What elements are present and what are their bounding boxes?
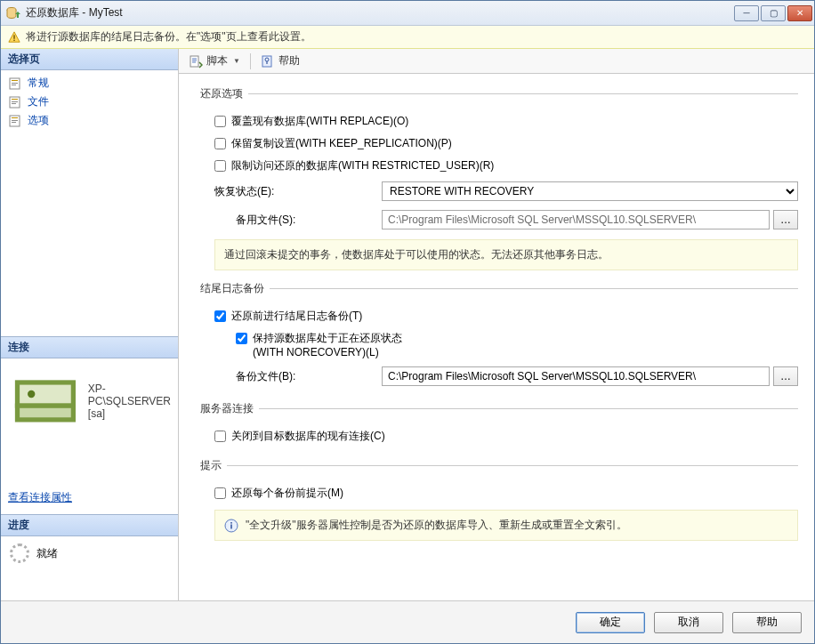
recovery-state-row: 恢复状态(E): RESTORE WITH RECOVERY bbox=[195, 177, 798, 205]
help-button-label: 帮助 bbox=[278, 53, 300, 68]
keep-replication-label: 保留复制设置(WITH KEEP_REPLICATION)(P) bbox=[231, 136, 452, 151]
tail-log-browse-button[interactable]: … bbox=[773, 366, 798, 386]
svg-rect-2 bbox=[13, 39, 14, 40]
restricted-user-label: 限制访问还原的数据库(WITH RESTRICTED_USER)(R) bbox=[231, 158, 494, 173]
prompt-before-each-label: 还原每个备份前提示(M) bbox=[231, 486, 343, 501]
keep-replication-checkbox-row[interactable]: 保留复制设置(WITH KEEP_REPLICATION)(P) bbox=[195, 133, 798, 155]
help-icon bbox=[261, 54, 275, 68]
page-icon bbox=[8, 95, 22, 109]
close-existing-connections-checkbox[interactable] bbox=[214, 431, 226, 442]
standby-file-input[interactable] bbox=[382, 210, 770, 229]
standby-file-row: 备用文件(S): … bbox=[195, 205, 798, 234]
right-pane: 脚本 ▼ 帮助 还原选项 覆盖现有数据库(WITH REPLACE)(O) bbox=[179, 49, 814, 600]
nav-general[interactable]: 常规 bbox=[4, 74, 174, 93]
tail-log-group: 结尾日志备份 还原前进行结尾日志备份(T) 保持源数据库处于正在还原状态 (WI… bbox=[195, 281, 798, 398]
prompt-before-each-checkbox-row[interactable]: 还原每个备份前提示(M) bbox=[195, 482, 798, 504]
svg-rect-1 bbox=[13, 35, 14, 38]
svg-rect-24 bbox=[230, 522, 232, 524]
view-connection-props-link[interactable]: 查看连接属性 bbox=[1, 481, 178, 514]
nav-options[interactable]: 选项 bbox=[4, 111, 174, 130]
nav-files[interactable]: 文件 bbox=[4, 93, 174, 111]
replace-checkbox-row[interactable]: 覆盖现有数据库(WITH REPLACE)(O) bbox=[195, 110, 798, 133]
progress-spinner-icon bbox=[10, 543, 29, 563]
standby-browse-button[interactable]: … bbox=[773, 210, 798, 229]
maximize-button[interactable]: ▢ bbox=[761, 5, 786, 21]
left-pane: 选择页 常规 文件 选项 连接 XP- bbox=[1, 49, 179, 600]
select-page-header: 选择页 bbox=[1, 49, 178, 70]
server-connections-group: 服务器连接 关闭到目标数据库的现有连接(C) bbox=[195, 401, 798, 455]
server-connections-legend: 服务器连接 bbox=[195, 401, 259, 416]
restore-database-dialog: 还原数据库 - MyTest ─ ▢ ✕ 将进行源数据库的结尾日志备份。在"选项… bbox=[0, 0, 815, 644]
svg-rect-15 bbox=[17, 382, 73, 406]
close-existing-connections-checkbox-row[interactable]: 关闭到目标数据库的现有连接(C) bbox=[195, 425, 798, 447]
svg-rect-9 bbox=[12, 101, 18, 102]
svg-point-17 bbox=[28, 390, 35, 398]
close-existing-connections-label: 关闭到目标数据库的现有连接(C) bbox=[231, 429, 385, 444]
connection-server: XP-PC\SQLSERVER [sa] bbox=[8, 364, 171, 439]
keep-source-norecovery-label: 保持源数据库处于正在还原状态 (WITH NORECOVERY)(L) bbox=[253, 331, 402, 358]
svg-rect-14 bbox=[12, 122, 16, 123]
titlebar: 还原数据库 - MyTest ─ ▢ ✕ bbox=[1, 1, 814, 26]
restore-options-legend: 还原选项 bbox=[195, 86, 248, 101]
recovery-state-select[interactable]: RESTORE WITH RECOVERY bbox=[382, 181, 798, 201]
fulltext-upgrade-text: "全文升级"服务器属性控制是否为还原的数据库导入、重新生成或重置全文索引。 bbox=[246, 518, 627, 533]
options-page-content: 还原选项 覆盖现有数据库(WITH REPLACE)(O) 保留复制设置(WIT… bbox=[179, 74, 814, 600]
toolbar-separator bbox=[250, 53, 251, 69]
nav-files-label: 文件 bbox=[28, 94, 49, 109]
replace-checkbox[interactable] bbox=[214, 116, 226, 127]
warning-bar: 将进行源数据库的结尾日志备份。在"选项"页上查看此设置。 bbox=[1, 26, 814, 49]
script-button-label: 脚本 bbox=[206, 53, 228, 68]
ok-button[interactable]: 确定 bbox=[576, 612, 645, 633]
cancel-button[interactable]: 取消 bbox=[654, 612, 723, 633]
svg-rect-21 bbox=[266, 61, 267, 64]
database-restore-icon bbox=[6, 6, 20, 20]
restricted-user-checkbox[interactable] bbox=[214, 160, 226, 172]
take-tail-log-checkbox-row[interactable]: 还原前进行结尾日志备份(T) bbox=[195, 305, 798, 327]
script-icon bbox=[189, 54, 203, 68]
window-title: 还原数据库 - MyTest bbox=[26, 5, 734, 20]
svg-rect-10 bbox=[12, 103, 16, 104]
page-nav: 常规 文件 选项 bbox=[1, 70, 178, 133]
svg-rect-16 bbox=[17, 406, 73, 420]
nav-options-label: 选项 bbox=[28, 113, 49, 128]
restricted-user-checkbox-row[interactable]: 限制访问还原的数据库(WITH RESTRICTED_USER)(R) bbox=[195, 155, 798, 177]
footer-help-button[interactable]: 帮助 bbox=[732, 612, 802, 633]
page-icon bbox=[8, 114, 22, 128]
take-tail-log-label: 还原前进行结尾日志备份(T) bbox=[231, 309, 362, 324]
svg-rect-23 bbox=[230, 524, 232, 528]
close-button[interactable]: ✕ bbox=[787, 5, 812, 21]
script-button[interactable]: 脚本 ▼ bbox=[184, 51, 245, 71]
fulltext-upgrade-note: "全文升级"服务器属性控制是否为还原的数据库导入、重新生成或重置全文索引。 bbox=[214, 510, 798, 541]
prompt-legend: 提示 bbox=[195, 458, 227, 473]
window-controls: ─ ▢ ✕ bbox=[734, 5, 812, 21]
svg-rect-18 bbox=[190, 56, 198, 67]
page-icon bbox=[8, 76, 22, 91]
standby-file-label: 备用文件(S): bbox=[236, 213, 375, 228]
warning-icon bbox=[8, 31, 20, 44]
progress-header: 进度 bbox=[1, 514, 178, 536]
recovery-state-description: 通过回滚未提交的事务，使数据库处于可以使用的状态。无法还原其他事务日志。 bbox=[214, 239, 798, 270]
info-icon bbox=[224, 519, 238, 533]
help-button[interactable]: 帮助 bbox=[256, 51, 304, 71]
server-label: XP-PC\SQLSERVER [sa] bbox=[88, 382, 171, 420]
svg-rect-5 bbox=[12, 83, 18, 84]
replace-label: 覆盖现有数据库(WITH REPLACE)(O) bbox=[231, 114, 408, 129]
keep-replication-checkbox[interactable] bbox=[214, 138, 226, 149]
progress-status-row: 就绪 bbox=[1, 536, 178, 570]
prompt-group: 提示 还原每个备份前提示(M) "全文升级"服务器属性控制是否为还原的数据库导入… bbox=[195, 458, 798, 548]
prompt-before-each-checkbox[interactable] bbox=[214, 487, 226, 499]
chevron-down-icon: ▼ bbox=[233, 57, 240, 65]
minimize-button[interactable]: ─ bbox=[734, 5, 759, 21]
nav-general-label: 常规 bbox=[28, 76, 49, 91]
take-tail-log-checkbox[interactable] bbox=[214, 310, 226, 322]
tail-log-file-row: 备份文件(B): … bbox=[195, 362, 798, 390]
server-icon bbox=[8, 364, 83, 439]
keep-source-norecovery-checkbox-row[interactable]: 保持源数据库处于正在还原状态 (WITH NORECOVERY)(L) bbox=[195, 327, 798, 362]
keep-source-norecovery-checkbox[interactable] bbox=[236, 333, 247, 344]
tail-log-file-input[interactable] bbox=[382, 366, 770, 386]
svg-rect-4 bbox=[12, 80, 18, 81]
svg-rect-6 bbox=[12, 85, 16, 85]
restore-options-group: 还原选项 覆盖现有数据库(WITH REPLACE)(O) 保留复制设置(WIT… bbox=[195, 86, 798, 278]
svg-rect-12 bbox=[12, 117, 18, 118]
tail-log-legend: 结尾日志备份 bbox=[195, 281, 270, 296]
